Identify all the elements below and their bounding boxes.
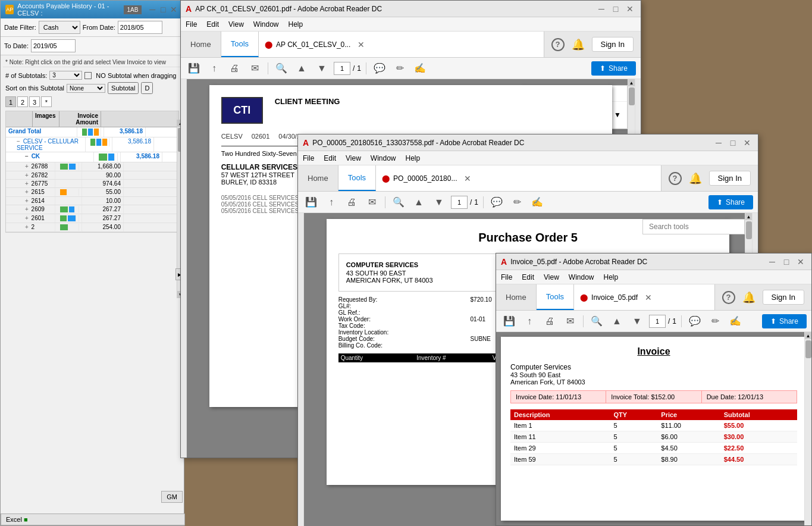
pdf2-file-tab[interactable]: ⬤ PO_00005_20180... ✕: [376, 165, 661, 191]
pdf3-pen-button[interactable]: ✏: [707, 313, 723, 330]
pdf1-comment-button[interactable]: 💬: [371, 60, 388, 77]
pdf2-page-input[interactable]: [451, 196, 468, 209]
subtotal-button[interactable]: Subtotal: [108, 82, 139, 94]
pdf3-print-button[interactable]: 🖨: [541, 313, 558, 330]
row-26775-expand[interactable]: +: [25, 180, 29, 187]
pdf3-menu-file[interactable]: File: [501, 273, 512, 281]
pdf2-share-button[interactable]: ⬆ Share: [708, 195, 753, 209]
pdf3-upload-button[interactable]: ↑: [521, 313, 538, 330]
pdf1-close-button[interactable]: ✕: [624, 3, 636, 15]
pdf2-minimize-button[interactable]: ─: [713, 137, 725, 149]
date-filter-select[interactable]: Cash: [39, 21, 80, 34]
pdf2-next-page-button[interactable]: ▼: [431, 194, 447, 211]
sort-select[interactable]: None: [67, 84, 105, 93]
pdf3-maximize-button[interactable]: □: [780, 256, 792, 268]
pdf2-search-tools-input[interactable]: [642, 219, 745, 234]
pdf3-menu-view[interactable]: View: [544, 273, 559, 281]
pdf2-menu-edit[interactable]: Edit: [324, 154, 336, 162]
pdf2-prev-page-button[interactable]: ▲: [410, 194, 427, 211]
gm-button[interactable]: GM: [161, 491, 183, 503]
pdf1-tab-close[interactable]: ✕: [358, 40, 365, 49]
pdf2-menu-view[interactable]: View: [346, 154, 361, 162]
pdf1-prev-page-button[interactable]: ▲: [293, 60, 310, 77]
num-tab-1[interactable]: 1: [5, 96, 16, 107]
pdf2-sign-in-button[interactable]: Sign In: [709, 171, 751, 186]
pdf1-pen-button[interactable]: ✏: [391, 60, 408, 77]
pdf1-print-button[interactable]: 🖨: [226, 60, 243, 77]
pdf2-tab-close[interactable]: ✕: [464, 174, 471, 183]
pdf1-file-tab[interactable]: ⬤ AP CK_01_CELSV_0... ✕: [259, 32, 544, 57]
num-tab-2[interactable]: 2: [17, 96, 28, 107]
pdf1-tools-tab[interactable]: Tools: [221, 32, 259, 57]
pdf3-page-input[interactable]: [649, 315, 666, 328]
pdf3-menu-edit[interactable]: Edit: [522, 273, 534, 281]
pdf1-menu-window[interactable]: Window: [253, 20, 279, 29]
pdf2-menu-window[interactable]: Window: [371, 154, 396, 162]
pdf3-file-tab[interactable]: ⬤ Invoice_05.pdf ✕: [574, 284, 714, 310]
pdf3-menu-help[interactable]: Help: [604, 273, 619, 281]
pdf3-sign-in-button[interactable]: Sign In: [763, 290, 804, 305]
pdf3-save-button[interactable]: 💾: [501, 313, 518, 330]
pdf1-help-icon[interactable]: ?: [551, 38, 565, 51]
pdf1-share-button[interactable]: ⬆ Share: [591, 61, 636, 76]
pdf2-help-icon[interactable]: ?: [669, 172, 682, 185]
pdf2-sign-button[interactable]: ✍: [529, 194, 545, 211]
pdf2-home-tab[interactable]: Home: [298, 165, 338, 191]
pdf2-menu-help[interactable]: Help: [406, 154, 421, 162]
pdf3-minimize-button[interactable]: ─: [766, 256, 778, 268]
pdf1-upload-button[interactable]: ↑: [206, 60, 222, 77]
subtotals-select[interactable]: 3: [49, 71, 82, 80]
pdf1-menu-edit[interactable]: Edit: [206, 20, 219, 29]
pdf3-help-icon[interactable]: ?: [722, 291, 735, 304]
pdf3-home-tab[interactable]: Home: [496, 284, 537, 310]
pdf1-scroll-thumb[interactable]: [629, 87, 635, 105]
pdf2-maximize-button[interactable]: □: [727, 137, 739, 149]
pdf3-menu-window[interactable]: Window: [569, 273, 594, 281]
pdf3-next-page-button[interactable]: ▼: [629, 313, 645, 330]
pdf2-upload-button[interactable]: ↑: [323, 194, 340, 211]
from-date-input[interactable]: [118, 21, 162, 34]
row-2609-expand[interactable]: +: [25, 206, 29, 212]
pdf1-save-button[interactable]: 💾: [186, 60, 202, 77]
pdf2-print-button[interactable]: 🖨: [343, 194, 360, 211]
pdf3-share-button[interactable]: ⬆ Share: [762, 314, 807, 328]
pdf1-home-tab[interactable]: Home: [181, 32, 221, 57]
pdf2-pen-button[interactable]: ✏: [509, 194, 525, 211]
pdf1-minimize-button[interactable]: ─: [595, 3, 607, 15]
pdf2-scroll-up[interactable]: ▲: [745, 213, 752, 220]
pdf3-prev-page-button[interactable]: ▲: [609, 313, 625, 330]
pdf1-email-button[interactable]: ✉: [246, 60, 263, 77]
close-button[interactable]: ✕: [168, 4, 179, 15]
num-tab-star[interactable]: *: [41, 96, 52, 107]
pdf1-scroll-up[interactable]: ▲: [628, 79, 635, 86]
pdf2-bell-icon[interactable]: 🔔: [689, 172, 702, 185]
minimize-button[interactable]: ─: [147, 4, 158, 15]
row-2615-expand[interactable]: +: [25, 189, 29, 195]
pdf1-maximize-button[interactable]: □: [610, 3, 622, 15]
row-2614-expand[interactable]: +: [25, 198, 29, 204]
row-26788-expand[interactable]: +: [25, 163, 29, 170]
pdf1-menu-file[interactable]: File: [186, 20, 197, 29]
pdf2-menu-file[interactable]: File: [303, 154, 314, 162]
pdf1-page-input[interactable]: [334, 62, 350, 75]
row-2-expand[interactable]: +: [25, 224, 29, 230]
pdf3-scroll-up[interactable]: ▲: [805, 332, 811, 339]
pdf3-tools-tab[interactable]: Tools: [537, 284, 574, 310]
pdf1-sign-in-button[interactable]: Sign In: [592, 37, 634, 52]
celsv-expand[interactable]: −: [17, 138, 20, 145]
pdf2-save-button[interactable]: 💾: [303, 194, 319, 211]
pdf3-bell-icon[interactable]: 🔔: [742, 291, 755, 304]
d-button[interactable]: D: [141, 82, 153, 94]
pdf3-tab-close[interactable]: ✕: [645, 293, 652, 302]
pdf1-bell-icon[interactable]: 🔔: [572, 38, 585, 51]
pdf1-sign-button[interactable]: ✍: [412, 60, 428, 77]
pdf3-scroll-thumb[interactable]: [805, 340, 811, 358]
excel-button[interactable]: Excel ■: [1, 514, 185, 525]
pdf3-sign-button[interactable]: ✍: [727, 313, 744, 330]
pdf3-close-button[interactable]: ✕: [795, 256, 807, 268]
row-26782-expand[interactable]: +: [25, 172, 29, 179]
pdf2-comment-button[interactable]: 💬: [488, 194, 505, 211]
pdf1-next-page-button[interactable]: ▼: [313, 60, 330, 77]
pdf2-email-button[interactable]: ✉: [363, 194, 380, 211]
row-2601-expand[interactable]: +: [25, 215, 29, 221]
